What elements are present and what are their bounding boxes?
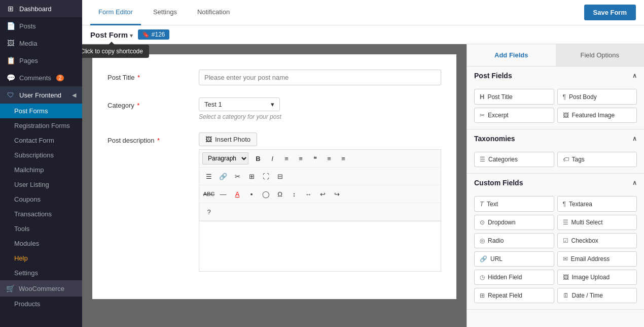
rte-hr[interactable]: — (217, 187, 230, 201)
field-chip-textarea[interactable]: ¶ Textarea (557, 196, 637, 212)
sidebar-sub-item-post-forms[interactable]: Post Forms (0, 104, 82, 118)
tab-form-editor[interactable]: Form Editor (90, 0, 141, 25)
field-chip-featured-image[interactable]: 🖼 Featured Image (557, 108, 637, 123)
rte-font-color[interactable]: A (231, 187, 244, 201)
rte-table[interactable]: ⊞ (245, 170, 258, 183)
field-chip-label: Multi Select (571, 219, 603, 226)
field-chip-repeat-field[interactable]: ⊞ Repeat Field (474, 288, 554, 303)
content-area: Post Title * Category * Test 1 ▾ (82, 44, 644, 327)
rte-align-left[interactable]: ≡ (323, 152, 336, 165)
sidebar-sub-item-tools[interactable]: Tools (0, 221, 82, 236)
rte-unlink[interactable]: ✂ (231, 170, 244, 183)
field-chip-hidden-field[interactable]: ◷ Hidden Field (474, 270, 554, 285)
rte-bold[interactable]: B (252, 152, 265, 165)
form-id-icon: 🔖 (142, 31, 150, 38)
field-chip-label: Excerpt (488, 112, 509, 119)
field-chip-radio[interactable]: ◎ Radio (474, 233, 554, 248)
rte-icon1[interactable]: ▪ (245, 187, 258, 201)
tab-settings[interactable]: Settings (145, 0, 185, 25)
tab-field-options[interactable]: Field Options (556, 44, 645, 66)
field-chip-dropdown[interactable]: ⊙ Dropdown (474, 215, 554, 230)
sidebar-item-dashboard[interactable]: ⊞ Dashboard (0, 0, 82, 17)
category-select[interactable]: Test 1 ▾ (199, 97, 280, 111)
sidebar-sub-item-subscriptions[interactable]: Subscriptions (0, 148, 82, 162)
sidebar-sub-label: Help (14, 254, 28, 262)
field-chip-image-upload[interactable]: 🖼 Image Upload (557, 270, 637, 285)
field-chip-label: URL (490, 255, 503, 263)
chevron-icon: ∧ (632, 135, 637, 142)
rte-icon2[interactable]: ◯ (259, 187, 272, 201)
field-chip-tags[interactable]: 🏷 Tags (557, 152, 637, 167)
form-id-badge[interactable]: 🔖 #126 (138, 29, 169, 40)
sidebar-sub-item-transactions[interactable]: Transactions (0, 207, 82, 221)
sidebar-sub-item-help[interactable]: Help (0, 251, 82, 266)
tab-add-fields[interactable]: Add Fields (467, 44, 556, 66)
sidebar-sub-item-modules[interactable]: Modules (0, 236, 82, 251)
tooltip-container: Post Form ▾ Click to copy shortcode (90, 30, 133, 39)
sidebar-item-pages[interactable]: 📋 Pages (0, 52, 82, 69)
field-chip-text[interactable]: T Text (474, 196, 554, 212)
field-chip-email-address[interactable]: ✉ Email Address (557, 251, 637, 267)
post-title-input[interactable] (199, 70, 441, 85)
section-header-custom-fields[interactable]: Custom Fields ∧ (467, 174, 644, 192)
rte-help[interactable]: ? (202, 205, 216, 218)
rte-italic[interactable]: I (266, 152, 279, 165)
section-header-post-fields[interactable]: Post Fields ∧ (467, 67, 644, 85)
section-taxonomies: Taxonomies ∧ ☰ Categories 🏷 Tags (467, 129, 644, 174)
rte-redo[interactable]: ↪ (330, 187, 343, 201)
rte-fullscreen[interactable]: ⛶ (259, 170, 272, 183)
sidebar-sub-label: Coupons (14, 195, 41, 203)
section-title-custom-fields: Custom Fields (474, 179, 523, 187)
sidebar-sub-item-settings[interactable]: Settings (0, 266, 82, 280)
sidebar-sub-item-contact-form[interactable]: Contact Form (0, 133, 82, 148)
sidebar-item-comments[interactable]: 💬 Comments 2 (0, 69, 82, 86)
post-fields-grid: H Post Title ¶ Post Body ✂ Excerpt 🖼 (467, 85, 644, 129)
rte-link[interactable]: 🔗 (217, 170, 230, 183)
field-chip-excerpt[interactable]: ✂ Excerpt (474, 108, 554, 123)
chevron-icon: ∧ (632, 72, 637, 79)
rte-align-justify[interactable]: ☰ (202, 170, 216, 183)
rte-indent[interactable]: ↕ (288, 187, 301, 201)
field-chip-label: Textarea (569, 201, 592, 208)
sidebar-item-posts[interactable]: 📄 Posts (0, 17, 82, 35)
field-chip-checkbox[interactable]: ☑ Checkbox (557, 233, 637, 248)
rte-undo[interactable]: ↩ (316, 187, 329, 201)
sidebar-sub-item-registration-forms[interactable]: Registration Forms (0, 118, 82, 133)
top-bar: Form Editor Settings Notification Save F… (82, 0, 644, 25)
rte-ol[interactable]: ≡ (294, 152, 307, 165)
field-chip-label: Image Upload (572, 274, 610, 281)
rte-content-area[interactable] (199, 221, 441, 272)
sidebar-sub-item-products[interactable]: Products (0, 297, 82, 311)
form-title-dropdown[interactable]: ▾ (130, 32, 133, 39)
sidebar-item-user-frontend[interactable]: 🛡 User Frontend ◀ (0, 86, 82, 104)
field-chip-post-body[interactable]: ¶ Post Body (557, 89, 637, 105)
rte-omega[interactable]: Ω (273, 187, 287, 201)
rte-blockquote[interactable]: ❝ (308, 152, 321, 165)
rte-grid[interactable]: ⊟ (273, 170, 287, 183)
section-header-taxonomies[interactable]: Taxonomies ∧ (467, 129, 644, 148)
insert-photo-button[interactable]: 🖼 Insert Photo (199, 133, 257, 146)
sidebar-sub-item-user-listing[interactable]: User Listing (0, 177, 82, 192)
sidebar-sub-label: Mailchimp (14, 166, 44, 174)
sidebar-item-media[interactable]: 🖼 Media (0, 35, 82, 52)
comments-badge: 2 (56, 75, 64, 81)
field-chip-label: Email Address (571, 255, 610, 263)
sidebar-sub-label: Post Forms (14, 107, 48, 115)
field-chip-post-title[interactable]: H Post Title (474, 89, 554, 105)
field-chip-label: Date / Time (572, 292, 603, 299)
field-chip-multi-select[interactable]: ☰ Multi Select (557, 215, 637, 230)
tab-notification[interactable]: Notification (189, 0, 238, 25)
sidebar-item-woocommerce[interactable]: 🛒 WooCommerce (0, 280, 82, 297)
save-form-button[interactable]: Save Form (584, 5, 636, 20)
paragraph-select[interactable]: Paragraph (202, 152, 248, 165)
rte-strikethrough[interactable]: ABC (202, 187, 216, 201)
rte-align-right[interactable]: ≡ (337, 152, 350, 165)
rte-ul[interactable]: ≡ (280, 152, 293, 165)
field-chip-date-time[interactable]: 🗓 Date / Time (557, 288, 637, 303)
sidebar-sub-item-mailchimp[interactable]: Mailchimp (0, 162, 82, 177)
sidebar-sub-label: Settings (14, 269, 38, 277)
sidebar-sub-item-coupons[interactable]: Coupons (0, 192, 82, 207)
field-chip-categories[interactable]: ☰ Categories (474, 152, 554, 167)
rte-outdent[interactable]: ↔ (302, 187, 315, 201)
field-chip-url[interactable]: 🔗 URL (474, 251, 554, 267)
